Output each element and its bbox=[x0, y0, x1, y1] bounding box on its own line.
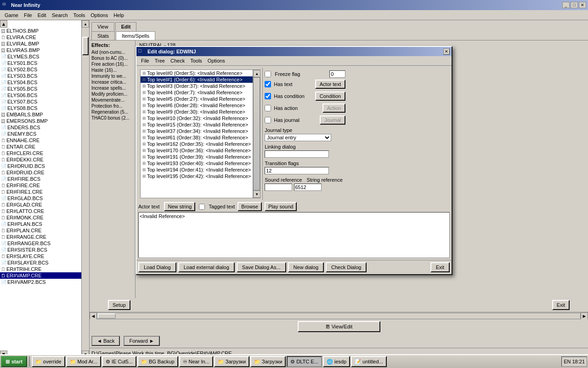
tree-item[interactable]: ⊞Top level#1 (Order:6): <Invalid Referen… bbox=[141, 76, 253, 83]
dialog-close-button[interactable]: ✕ bbox=[443, 48, 450, 55]
load-dialog-button[interactable]: Load Dialog bbox=[138, 262, 176, 272]
taskbar-item-icon: 📁 bbox=[70, 359, 76, 365]
dialog-menu-check[interactable]: Check bbox=[168, 57, 187, 64]
taskbar-item-label: override bbox=[43, 359, 62, 364]
browse-button[interactable]: Browse bbox=[237, 202, 262, 211]
check-dialog-button[interactable]: Check Dialog bbox=[326, 262, 367, 272]
tree-expand-icon: ⊞ bbox=[142, 174, 146, 178]
has-action-checkbox[interactable] bbox=[265, 105, 271, 111]
tree-item[interactable]: ⊞Top level#9 (Order:30): <Invalid Refere… bbox=[141, 109, 253, 115]
tree-item[interactable]: ⊞Top level#0 (Order:5): <Invalid Referen… bbox=[141, 70, 253, 76]
actor-text-label: Actor text bbox=[138, 204, 159, 209]
dialog-menu-tree[interactable]: Tree bbox=[152, 57, 168, 64]
tree-item[interactable]: ⊞Top level#15 (Order:33): <Invalid Refer… bbox=[141, 121, 253, 128]
tree-item[interactable]: ⊞Top level#162 (Order:35): <Invalid Refe… bbox=[141, 141, 253, 147]
string-ref-input[interactable] bbox=[294, 184, 322, 191]
tree-expand-icon: ⊞ bbox=[142, 109, 146, 114]
tree-item[interactable]: ⊞Top level#193 (Order:40): <Invalid Refe… bbox=[141, 160, 253, 167]
tree-item-text: Top level#15 (Order:33): <Invalid Refere… bbox=[147, 122, 248, 127]
tree-expand-icon: ⊞ bbox=[142, 97, 146, 101]
tree-scroll-thumb[interactable] bbox=[253, 77, 260, 190]
has-journal-checkbox[interactable] bbox=[265, 117, 271, 123]
has-journal-label: Has journal bbox=[274, 117, 320, 123]
tree-item[interactable]: ⊞Top level#194 (Order:41): <Invalid Refe… bbox=[141, 167, 253, 173]
play-sound-button[interactable]: Play sound bbox=[265, 202, 297, 211]
tree-item[interactable]: ⊞Top level#61 (Order:38): <Invalid Refer… bbox=[141, 134, 253, 141]
has-text-checkbox[interactable] bbox=[265, 81, 271, 87]
load-external-button[interactable]: Load external dialog bbox=[178, 262, 235, 272]
tree-item-text: Top level#170 (Order:36): <Invalid Refer… bbox=[147, 148, 251, 153]
tree-expand-icon: ⊞ bbox=[142, 116, 146, 121]
dialog-menu-file[interactable]: File bbox=[138, 57, 152, 64]
start-button[interactable]: ⊞ start bbox=[1, 356, 27, 367]
tree-scroll-down[interactable]: ▼ bbox=[253, 190, 260, 198]
freeze-flag-input[interactable] bbox=[329, 70, 345, 78]
journal-type-row: Journal type Journal entry bbox=[265, 127, 345, 141]
tree-expand-icon: ⊞ bbox=[142, 122, 146, 127]
tree-item[interactable]: ⊞Top level#37 (Order:34): <Invalid Refer… bbox=[141, 128, 253, 134]
taskbar-item[interactable]: 📁BG Backup bbox=[137, 356, 178, 367]
tree-item[interactable]: ⊞Top level#4 (Order:7): <Invalid Referen… bbox=[141, 89, 253, 96]
taskbar-item-icon: 📝 bbox=[355, 359, 361, 365]
taskbar-item[interactable]: 🌐iesdp bbox=[323, 356, 350, 367]
freeze-flag-label: Freeze flag bbox=[275, 71, 328, 77]
tree-list: ⊞Top level#0 (Order:5): <Invalid Referen… bbox=[141, 70, 253, 198]
taskbar-tray: EN 18:21 bbox=[561, 356, 587, 367]
journal-button[interactable]: Journal bbox=[320, 115, 345, 125]
has-text-label: Has text bbox=[274, 81, 315, 87]
tree-item-text: Top level#193 (Order:40): <Invalid Refer… bbox=[147, 161, 251, 166]
taskbar-item[interactable]: 📁Mod Ar... bbox=[66, 356, 101, 367]
tree-expand-icon: ⊞ bbox=[142, 77, 146, 82]
taskbar-item[interactable]: ⚙IE Cut5... bbox=[102, 356, 136, 367]
taskbar-item-label: Загрузки bbox=[226, 359, 246, 364]
save-dialog-as-button[interactable]: Save Dialog As... bbox=[237, 262, 286, 272]
taskbar-item[interactable]: ♾Near In... bbox=[179, 356, 213, 367]
tree-item-text: Top level#1 (Order:6): <Invalid Referenc… bbox=[147, 77, 243, 82]
actor-text-area: <Invalid Reference> bbox=[138, 212, 450, 258]
taskbar-item[interactable]: 📁Загрузки bbox=[214, 356, 249, 367]
freeze-flag-checkbox[interactable] bbox=[265, 71, 271, 77]
sound-ref-input[interactable] bbox=[265, 184, 292, 191]
taskbar-item[interactable]: 📝untitled... bbox=[351, 356, 387, 367]
journal-type-label: Journal type bbox=[265, 127, 345, 133]
actor-text-section: Actor text New string Tagged text Browse… bbox=[138, 202, 450, 258]
tree-item[interactable]: ⊞Top level#3 (Order:37): <Invalid Refere… bbox=[141, 83, 253, 89]
tree-expand-icon: ⊞ bbox=[142, 84, 146, 88]
has-condition-checkbox[interactable] bbox=[265, 93, 271, 99]
tree-item[interactable]: ⊞Top level#191 (Order:39): <Invalid Refe… bbox=[141, 154, 253, 160]
dialog-menu-tools[interactable]: Tools bbox=[187, 57, 205, 64]
new-dialog-button[interactable]: New dialog bbox=[288, 262, 324, 272]
tree-expand-icon: ⊞ bbox=[142, 90, 146, 95]
tree-item[interactable]: ⊞Top level#195 (Order:42): <Invalid Refe… bbox=[141, 173, 253, 179]
tree-panel: ⊞Top level#0 (Order:5): <Invalid Referen… bbox=[140, 69, 260, 198]
condition-button[interactable]: Condition bbox=[315, 92, 345, 101]
action-button[interactable]: Action bbox=[322, 104, 346, 113]
taskbar-item-label: iesdp bbox=[334, 359, 346, 364]
tree-scroll-up[interactable]: ▲ bbox=[253, 70, 260, 77]
actor-text-button[interactable]: Actor text bbox=[315, 80, 345, 89]
taskbar-item[interactable]: 📁Загрузки bbox=[250, 356, 286, 367]
linking-dialog-input[interactable] bbox=[265, 150, 329, 158]
tree-item-text: Top level#191 (Order:39): <Invalid Refer… bbox=[147, 154, 251, 160]
dialog-menu-options[interactable]: Options bbox=[205, 57, 228, 64]
taskbar-separator bbox=[29, 356, 30, 367]
tree-item[interactable]: ⊞Top level#5 (Order:27): <Invalid Refere… bbox=[141, 96, 253, 102]
taskbar-items: 📁override📁Mod Ar...⚙IE Cut5...📁BG Backup… bbox=[32, 356, 561, 367]
taskbar-item-icon: ⚙ bbox=[106, 359, 110, 365]
journal-type-select[interactable]: Journal entry bbox=[265, 134, 331, 141]
taskbar-item-label: Near In... bbox=[189, 359, 209, 364]
tree-item-text: Top level#4 (Order:7): <Invalid Referenc… bbox=[147, 90, 243, 95]
tagged-text-checkbox[interactable] bbox=[199, 204, 205, 210]
tree-item[interactable]: ⊞Top level#10 (Order:32): <Invalid Refer… bbox=[141, 115, 253, 121]
actor-text-header: Actor text New string Tagged text Browse… bbox=[138, 202, 450, 211]
new-string-button[interactable]: New string bbox=[164, 202, 195, 211]
dialog-exit-button[interactable]: Exit bbox=[430, 262, 450, 272]
tree-item[interactable]: ⊞Top level#170 (Order:36): <Invalid Refe… bbox=[141, 147, 253, 154]
tree-item[interactable]: ⊞Top level#6 (Order:28): <Invalid Refere… bbox=[141, 102, 253, 109]
tree-expand-icon: ⊞ bbox=[142, 129, 146, 133]
taskbar-item-icon: 📁 bbox=[35, 359, 42, 365]
taskbar-item[interactable]: ⚙DLTC E... bbox=[287, 356, 322, 367]
taskbar-item[interactable]: 📁override bbox=[32, 356, 65, 367]
ref-labels: Sound reference String reference bbox=[265, 177, 345, 183]
transition-flags-input[interactable] bbox=[265, 167, 329, 174]
